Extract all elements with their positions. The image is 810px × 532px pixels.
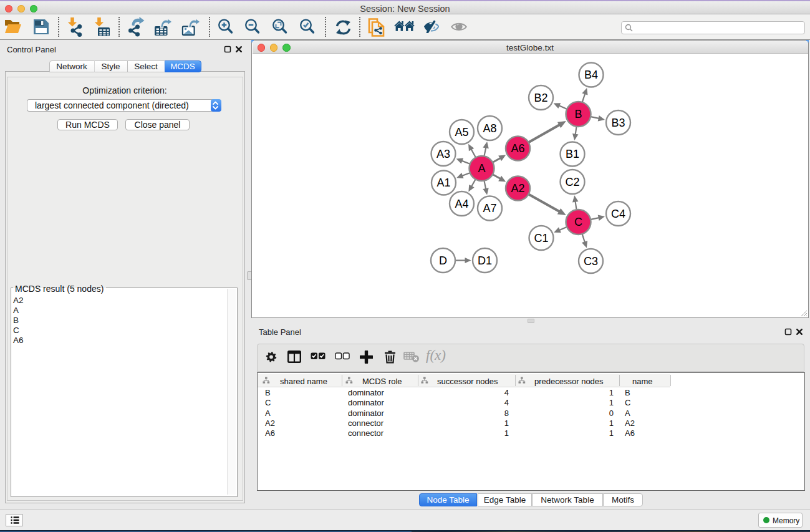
svg-text:A4: A4 [455,198,468,210]
svg-text:A2: A2 [511,182,524,195]
svg-text:B3: B3 [611,117,625,129]
svg-text:A7: A7 [483,202,496,215]
svg-text:A6: A6 [511,142,524,155]
svg-text:A5: A5 [455,126,468,138]
svg-text:A: A [478,162,485,175]
svg-text:C2: C2 [565,176,579,188]
svg-text:B2: B2 [534,92,547,104]
svg-text:A1: A1 [436,177,450,189]
svg-text:B4: B4 [584,69,597,81]
svg-text:A8: A8 [483,122,496,135]
svg-text:C4: C4 [610,208,625,220]
svg-text:D: D [439,254,447,267]
svg-text:B1: B1 [565,148,579,160]
svg-text:C3: C3 [583,255,597,268]
svg-text:A3: A3 [436,148,450,160]
svg-text:B: B [574,108,582,120]
svg-text:C1: C1 [534,232,548,244]
svg-text:D1: D1 [477,254,491,267]
svg-text:C: C [574,216,582,228]
